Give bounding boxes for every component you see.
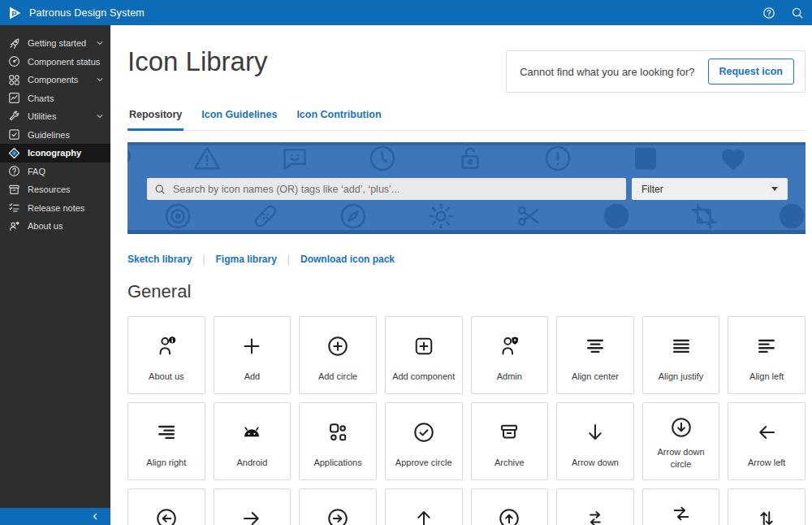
app-title: Patronus Design System bbox=[29, 7, 145, 19]
icon-card-arrow-down-circle[interactable]: Arrow down circle bbox=[642, 402, 720, 480]
icon-card-label: Applications bbox=[310, 457, 365, 479]
sidebar-collapse-bar[interactable] bbox=[0, 508, 110, 525]
icon-card-arrow-down[interactable]: Arrow down bbox=[556, 402, 634, 480]
add-circle-icon bbox=[326, 317, 350, 371]
warning-icon bbox=[191, 142, 223, 175]
chevron-left-icon[interactable] bbox=[91, 512, 100, 521]
sidebar-item-label: Charts bbox=[28, 93, 54, 103]
sidebar-item-getting-started[interactable]: Getting started bbox=[0, 34, 110, 53]
admin-icon bbox=[497, 317, 521, 371]
icon-search-field[interactable] bbox=[147, 178, 626, 200]
applications-icon bbox=[326, 403, 350, 457]
sidebar-item-components[interactable]: Components bbox=[0, 71, 110, 89]
top-app-bar: P Patronus Design System bbox=[0, 0, 812, 25]
icon-card-arrow-right-circle[interactable]: Arrow right circle bbox=[299, 488, 377, 525]
rocket-icon bbox=[8, 37, 20, 50]
icon-card-align-right[interactable]: Align right bbox=[127, 402, 205, 480]
link-figma-library[interactable]: Figma library bbox=[216, 254, 277, 265]
sidebar-item-iconography[interactable]: Iconography bbox=[0, 144, 110, 163]
sidebar-item-faq[interactable]: FAQ bbox=[0, 163, 110, 181]
release-notes-icon bbox=[8, 202, 20, 214]
arrows-horizontal-icon bbox=[583, 489, 607, 525]
icon-card-arrow-up-circle[interactable]: Arrow up circle bbox=[471, 488, 549, 525]
icon-card-label: Arrow down bbox=[568, 457, 622, 479]
icon-card-admin[interactable]: Admin bbox=[471, 316, 549, 394]
icon-card-applications[interactable]: Applications bbox=[299, 402, 377, 480]
crop-icon bbox=[688, 200, 720, 232]
target-icon bbox=[162, 200, 194, 232]
sidebar-item-component-status[interactable]: Component status bbox=[0, 53, 110, 72]
icon-card-add-component[interactable]: Add component bbox=[385, 316, 463, 394]
lock-icon bbox=[454, 142, 486, 175]
alert-icon bbox=[542, 142, 574, 175]
icon-card-arrow-left-circle[interactable]: Arrow left circle bbox=[127, 488, 205, 525]
iconography-icon bbox=[8, 147, 20, 159]
icon-card-add-circle[interactable]: Add circle bbox=[299, 316, 377, 394]
icon-card-arrows-vertical[interactable]: Arrows vertical bbox=[728, 488, 806, 525]
android-icon bbox=[240, 403, 264, 457]
align-center-icon bbox=[583, 317, 607, 371]
about-us-icon bbox=[154, 317, 179, 371]
search-icon[interactable] bbox=[791, 7, 804, 20]
icon-card-archive[interactable]: Archive bbox=[471, 402, 549, 480]
icon-card-align-justify[interactable]: Align justify bbox=[642, 316, 720, 394]
icon-card-arrow-up[interactable]: Arrow up bbox=[385, 488, 463, 525]
icon-card-label: Add circle bbox=[315, 371, 361, 393]
icon-card-about-us[interactable]: About us bbox=[127, 316, 205, 394]
status-icon bbox=[8, 55, 20, 67]
compass-icon bbox=[337, 200, 369, 232]
icon-card-arrow-left[interactable]: Arrow left bbox=[728, 402, 806, 480]
tab-repository[interactable]: Repository bbox=[127, 106, 184, 131]
approve-circle-icon bbox=[412, 403, 436, 457]
arrow-right-circle-icon bbox=[326, 489, 350, 525]
request-icon-text: Cannot find what you are looking for? bbox=[520, 66, 694, 78]
sidebar-item-resources[interactable]: Resources bbox=[0, 180, 110, 199]
icon-card-add[interactable]: Add bbox=[214, 316, 292, 394]
link-sketch-library[interactable]: Sketch library bbox=[127, 254, 192, 265]
icon-card-label: Align left bbox=[746, 371, 787, 393]
tab-bar: RepositoryIcon GuidelinesIcon Contributi… bbox=[127, 106, 806, 131]
icon-card-label: Add component bbox=[389, 371, 458, 393]
sidebar-item-guidelines[interactable]: Guidelines bbox=[0, 126, 110, 145]
sidebar-item-label: About us bbox=[28, 221, 63, 231]
sidebar-item-label: Guidelines bbox=[28, 130, 70, 140]
arrows-vertical-icon bbox=[754, 489, 779, 525]
icon-card-arrows-horizontal[interactable]: Arrows horizontal bbox=[556, 488, 634, 525]
icon-card-label: Android bbox=[233, 457, 270, 479]
banner-pattern-row-top bbox=[127, 142, 806, 175]
sidebar-item-label: FAQ bbox=[28, 167, 45, 176]
tab-icon-guidelines[interactable]: Icon Guidelines bbox=[200, 106, 279, 131]
icon-card-arrows-horizontal-alt[interactable]: Arrows horizontal-alt bbox=[642, 488, 720, 525]
link-download-icon-pack[interactable]: Download icon pack bbox=[300, 254, 395, 265]
icon-grid: About us Add Add circle Add component Ad… bbox=[127, 316, 806, 525]
svg-text:P: P bbox=[11, 8, 17, 17]
icon-card-android[interactable]: Android bbox=[214, 402, 292, 480]
icon-card-align-left[interactable]: Align left bbox=[728, 316, 806, 394]
sidebar-item-charts[interactable]: Charts bbox=[0, 89, 110, 108]
icon-card-arrow-right[interactable]: Arrow right bbox=[214, 488, 292, 525]
help-icon[interactable] bbox=[762, 7, 775, 20]
align-left-icon bbox=[754, 317, 779, 371]
patronus-logo[interactable]: P bbox=[7, 6, 22, 20]
target-icon bbox=[775, 200, 806, 232]
server-icon bbox=[629, 142, 662, 175]
align-justify-icon bbox=[669, 317, 693, 371]
arrow-left-circle-icon bbox=[154, 489, 179, 525]
caret-down-icon bbox=[771, 187, 778, 191]
arrow-right-icon bbox=[240, 489, 264, 525]
filter-dropdown[interactable]: Filter bbox=[632, 178, 788, 200]
search-input[interactable] bbox=[171, 183, 619, 196]
sidebar-item-label: Utilities bbox=[28, 111, 56, 121]
sidebar-item-release-notes[interactable]: Release notes bbox=[0, 199, 110, 218]
icon-card-label: Arrow left bbox=[745, 457, 788, 479]
icon-card-align-center[interactable]: Align center bbox=[556, 316, 634, 394]
request-icon-button[interactable]: Request icon bbox=[708, 59, 795, 85]
tab-icon-contribution[interactable]: Icon Contribution bbox=[295, 106, 382, 131]
sidebar-item-label: Components bbox=[28, 75, 78, 85]
heart-icon bbox=[717, 142, 749, 175]
sidebar-item-utilities[interactable]: Utilities bbox=[0, 107, 110, 126]
icon-card-approve-circle[interactable]: Approve circle bbox=[385, 402, 463, 480]
sidebar-item-about-us[interactable]: About us bbox=[0, 217, 110, 236]
components-icon bbox=[8, 74, 20, 86]
icon-card-label: About us bbox=[145, 371, 187, 393]
